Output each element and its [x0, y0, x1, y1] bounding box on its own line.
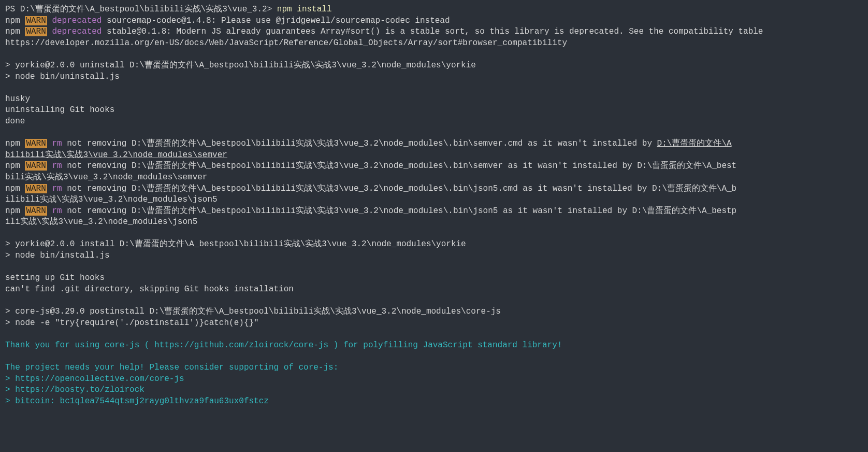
warn-badge: WARN — [25, 16, 47, 25]
output-line: uninstalling Git hooks — [5, 105, 863, 116]
warn-rm-line: npm WARN rm not removing D:\曹蛋蛋的文件\A_bes… — [5, 206, 863, 217]
rm-text: not removing D:\曹蛋蛋的文件\A_bestpool\bilibi… — [62, 139, 657, 148]
warn-rm-line: npm WARN rm not removing D:\曹蛋蛋的文件\A_bes… — [5, 161, 863, 172]
warn-badge: WARN — [25, 161, 47, 171]
output-line: can't find .git directory, skipping Git … — [5, 284, 863, 295]
blank-line — [5, 82, 863, 94]
prompt-path: D:\曹蛋蛋的文件\A_bestpool\bilibili实战\实战3\vue_… — [20, 5, 272, 14]
deprecated-label: deprecated — [47, 16, 102, 25]
output-line: setting up Git hooks — [5, 273, 863, 284]
output-line: > core-js@3.29.0 postinstall D:\曹蛋蛋的文件\A… — [5, 306, 863, 318]
npm-label: npm — [5, 27, 25, 36]
blank-line — [5, 329, 863, 340]
rm-label: rm — [47, 184, 62, 193]
rm-label: rm — [47, 161, 62, 171]
warn-line: npm WARN deprecated stable@0.1.8: Modern… — [5, 26, 863, 38]
prompt-line: PS D:\曹蛋蛋的文件\A_bestpool\bilibili实战\实战3\v… — [5, 4, 863, 16]
blank-line — [5, 128, 863, 139]
rm-text: not removing D:\曹蛋蛋的文件\A_bestpool\bilibi… — [62, 161, 737, 171]
blank-line — [5, 49, 863, 60]
command-text: npm install — [272, 5, 331, 14]
output-line: ilibili实战\实战3\vue_3.2\node_modules\json5 — [5, 194, 863, 206]
support-link: > bitcoin: bc1qlea7544qtsmj2rayg0lthvza9… — [5, 396, 863, 407]
output-line: > node -e "try{require('./postinstall')}… — [5, 318, 863, 329]
output-line: bilibili实战\实战3\vue_3.2\node_modules\semv… — [5, 150, 863, 161]
prompt-prefix: PS — [5, 5, 20, 14]
corejs-help: The project needs your help! Please cons… — [5, 362, 863, 374]
output-line: https://developer.mozilla.org/en-US/docs… — [5, 38, 863, 49]
warn-rm-line: npm WARN rm not removing D:\曹蛋蛋的文件\A_bes… — [5, 183, 863, 195]
support-link: > https://boosty.to/zloirock — [5, 385, 863, 396]
output-line: > node bin/install.js — [5, 250, 863, 262]
npm-label: npm — [5, 139, 25, 148]
support-link: > https://opencollective.com/core-js — [5, 374, 863, 385]
warn-text: stable@0.1.8: Modern JS already guarante… — [102, 27, 763, 36]
rm-path-ul: D:\曹蛋蛋的文件\A — [657, 139, 732, 148]
rm-text: not removing D:\曹蛋蛋的文件\A_bestpool\bilibi… — [62, 206, 737, 216]
warn-badge: WARN — [25, 27, 47, 36]
warn-rm-line: npm WARN rm not removing D:\曹蛋蛋的文件\A_bes… — [5, 138, 863, 150]
corejs-thanks: Thank you for using core-js ( https://gi… — [5, 340, 863, 351]
output-line: > yorkie@2.0.0 install D:\曹蛋蛋的文件\A_bestp… — [5, 239, 863, 250]
warn-badge: WARN — [25, 139, 47, 148]
output-line: bili实战\实战3\vue_3.2\node_modules\semver — [5, 172, 863, 183]
output-line: > node bin/uninstall.js — [5, 72, 863, 83]
warn-text: sourcemap-codec@1.4.8: Please use @jridg… — [102, 16, 450, 25]
output-line: done — [5, 116, 863, 128]
deprecated-label: deprecated — [47, 27, 102, 36]
warn-line: npm WARN deprecated sourcemap-codec@1.4.… — [5, 16, 863, 27]
terminal-output[interactable]: PS D:\曹蛋蛋的文件\A_bestpool\bilibili实战\实战3\v… — [5, 4, 863, 407]
blank-line — [5, 228, 863, 239]
rm-text: not removing D:\曹蛋蛋的文件\A_bestpool\bilibi… — [62, 184, 737, 193]
npm-label: npm — [5, 206, 25, 216]
blank-line — [5, 351, 863, 362]
npm-label: npm — [5, 16, 25, 25]
npm-label: npm — [5, 161, 25, 171]
warn-badge: WARN — [25, 206, 47, 216]
npm-label: npm — [5, 184, 25, 193]
rm-label: rm — [47, 206, 62, 216]
warn-badge: WARN — [25, 184, 47, 193]
blank-line — [5, 262, 863, 273]
blank-line — [5, 295, 863, 306]
output-line: ili实战\实战3\vue_3.2\node_modules\json5 — [5, 217, 863, 228]
output-line: husky — [5, 94, 863, 105]
rm-label: rm — [47, 139, 62, 148]
output-line: > yorkie@2.0.0 uninstall D:\曹蛋蛋的文件\A_bes… — [5, 60, 863, 72]
